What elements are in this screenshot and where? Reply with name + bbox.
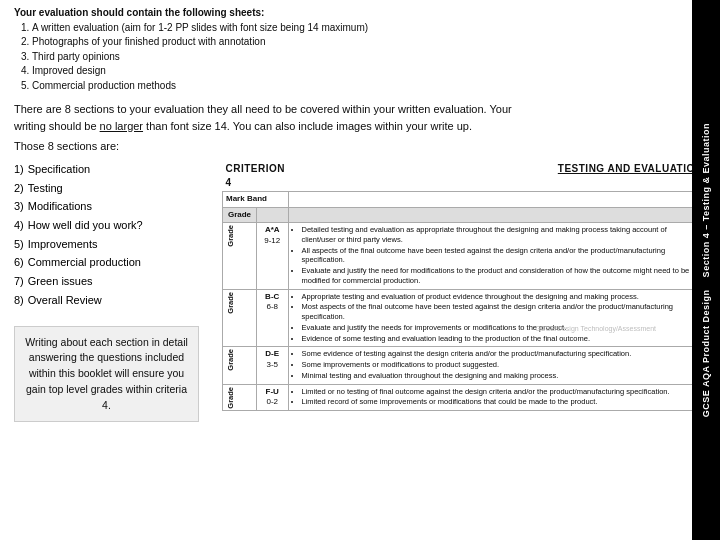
criterion-table: CRITERION 4 TESTING AND EVALUATION Mark … (222, 160, 706, 411)
section-label: Improvements (28, 235, 98, 254)
bullet: Most aspects of the final outcome have b… (302, 302, 703, 322)
side-banner: GCSE AQA Product Design Section 4 – Test… (692, 0, 720, 540)
side-banner-text: GCSE AQA Product Design Section 4 – Test… (700, 123, 713, 417)
table-row: Grade B-C 6-8 Appropriate testing and ev… (223, 289, 706, 347)
bullet: Minimal testing and evaluation throughou… (302, 371, 703, 381)
section-num: 6) (14, 253, 24, 272)
section-num: 2) (14, 179, 24, 198)
bullet: Evidence of some testing and evaluation … (302, 334, 703, 344)
grade-cell: Grade (223, 384, 257, 411)
main-content: There are 8 sections to your evaluation … (0, 97, 720, 160)
section-item-1: 1)Specification (14, 160, 214, 179)
table-row: Grade F-U 0-2 Limited or no testing of f… (223, 384, 706, 411)
desc-cell: Appropriate testing and evaluation of pr… (288, 289, 706, 347)
section-item-8: 8)Overall Review (14, 291, 214, 310)
grade-cell: Grade (223, 289, 257, 347)
grade-col-header (288, 192, 706, 207)
sections-list: 1)Specification 2)Testing 3)Modification… (14, 160, 214, 310)
intro-text1: There are 8 sections to your evaluation … (14, 103, 512, 115)
marks-header (256, 207, 288, 222)
list-item: Commercial production methods (32, 79, 706, 94)
desc-header (288, 207, 706, 222)
mark-band-header: Mark Band (223, 192, 289, 207)
section-item-2: 2)Testing (14, 179, 214, 198)
intro-underline: no larger (100, 120, 143, 132)
bullet: Limited record of some improvements or m… (302, 397, 703, 407)
bullet: All aspects of the final outcome have be… (302, 246, 703, 266)
watermark: GCSE/Design Technology/Assessment (535, 325, 656, 332)
top-instructions: Your evaluation should contain the follo… (0, 0, 720, 97)
section-label: Testing (28, 179, 63, 198)
criterion-label: CRITERION 4 (226, 163, 286, 188)
intro-paragraph: There are 8 sections to your evaluation … (14, 101, 706, 134)
center-panel: GCSE/Design Technology/Assessment CRITER… (222, 160, 706, 422)
intro-text2: writing should be (14, 120, 100, 132)
section-item-7: 7)Green issues (14, 272, 214, 291)
marks-cell: D-E 3-5 (256, 347, 288, 384)
list-item: A written evaluation (aim for 1-2 PP sli… (32, 21, 706, 36)
bullet: Evaluate and justify the need for modifi… (302, 266, 703, 286)
list-item: Photographs of your finished product wit… (32, 35, 706, 50)
section-label: How well did you work? (28, 216, 143, 235)
marks-cell: F-U 0-2 (256, 384, 288, 411)
section-item-6: 6)Commercial production (14, 253, 214, 272)
bullet: Detailed testing and evaluation as appro… (302, 225, 703, 245)
section-label: Commercial production (28, 253, 141, 272)
section-label: Overall Review (28, 291, 102, 310)
left-panel: 1)Specification 2)Testing 3)Modification… (14, 160, 214, 422)
section-label: Green issues (28, 272, 93, 291)
bullet: Some evidence of testing against the des… (302, 349, 703, 359)
desc-cell: Limited or no testing of final outcome a… (288, 384, 706, 411)
grade-cell: Grade (223, 223, 257, 290)
instructions-list: A written evaluation (aim for 1-2 PP sli… (32, 21, 706, 94)
desc-cell: Some evidence of testing against the des… (288, 347, 706, 384)
section-num: 5) (14, 235, 24, 254)
banner-line1: GCSE AQA Product Design (701, 289, 711, 417)
middle-area: 1)Specification 2)Testing 3)Modification… (0, 160, 720, 422)
section-label: Modifications (28, 197, 92, 216)
bullet: Some improvements or modifications to pr… (302, 360, 703, 370)
banner-line2: Section 4 – Testing & Evaluation (701, 123, 711, 277)
section-item-4: 4)How well did you work? (14, 216, 214, 235)
sections-header: Those 8 sections are: (14, 140, 706, 152)
section-num: 4) (14, 216, 24, 235)
bullet: Limited or no testing of final outcome a… (302, 387, 703, 397)
section-item-3: 3)Modifications (14, 197, 214, 216)
table-row: Grade D-E 3-5 Some evidence of testing a… (223, 347, 706, 384)
instructions-heading: Your evaluation should contain the follo… (14, 7, 264, 18)
marks-cell: A*A 9-12 (256, 223, 288, 290)
section-num: 1) (14, 160, 24, 179)
table-row: Grade A*A 9-12 Detailed testing and eval… (223, 223, 706, 290)
section-item-5: 5)Improvements (14, 235, 214, 254)
grade-cell: Grade (223, 347, 257, 384)
marks-cell: B-C 6-8 (256, 289, 288, 347)
desc-cell: Detailed testing and evaluation as appro… (288, 223, 706, 290)
list-item: Improved design (32, 64, 706, 79)
intro-text3: than font size 14. You can also include … (143, 120, 472, 132)
section-num: 7) (14, 272, 24, 291)
writing-box: Writing about each section in detail ans… (14, 326, 199, 423)
section-label: Specification (28, 160, 90, 179)
grade-header: Grade (223, 207, 257, 222)
section-num: 8) (14, 291, 24, 310)
bullet: Appropriate testing and evaluation of pr… (302, 292, 703, 302)
testing-label: TESTING AND EVALUATION (558, 163, 703, 174)
section-num: 3) (14, 197, 24, 216)
list-item: Third party opinions (32, 50, 706, 65)
